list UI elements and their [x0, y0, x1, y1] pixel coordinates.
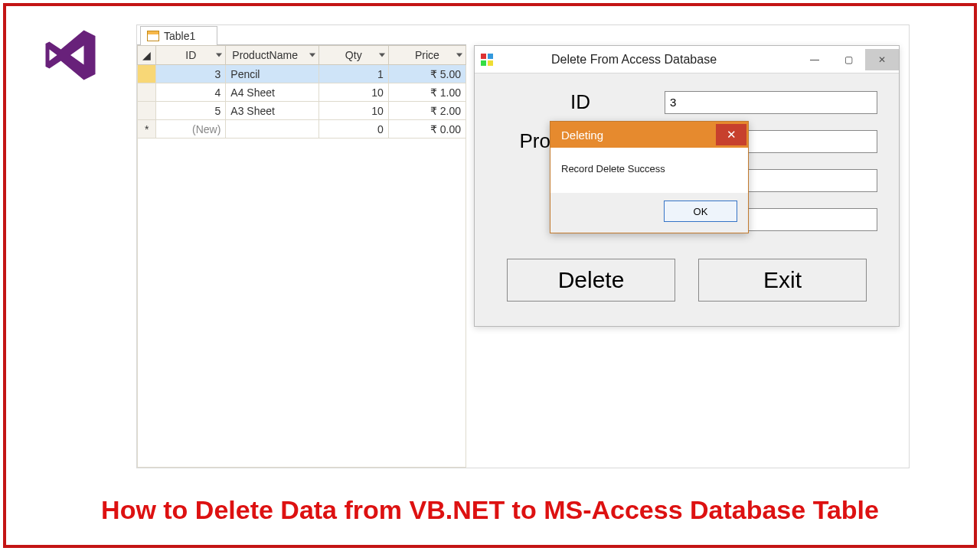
cell[interactable]: A4 Sheet [226, 83, 318, 102]
exit-button[interactable]: Exit [698, 259, 867, 302]
messagebox-footer: OK [550, 193, 748, 233]
header-row: ◢ ID ProductName Qty Price [138, 46, 466, 65]
datasheet: ◢ ID ProductName Qty Price 3 Pencil 1 [137, 44, 466, 139]
cell[interactable]: 1 [318, 65, 388, 83]
row-selector[interactable] [138, 83, 156, 102]
cell[interactable]: Pencil [226, 65, 318, 83]
content-area: Table1 ◢ ID ProductName Qty Price [136, 24, 910, 468]
cell[interactable]: ₹ 5.00 [388, 65, 466, 83]
row-selector[interactable] [138, 65, 156, 83]
cell[interactable] [226, 120, 318, 139]
maximize-button[interactable]: ▢ [831, 49, 865, 70]
messagebox-ok-button[interactable]: OK [664, 201, 737, 222]
access-tab[interactable]: Table1 [140, 26, 217, 45]
cell[interactable]: 3 [156, 65, 226, 83]
messagebox: Deleting ✕ Record Delete Success OK [550, 121, 749, 233]
window-controls: — ▢ ✕ [798, 49, 899, 70]
cell[interactable]: 0 [318, 120, 388, 139]
caption-text: How to Delete Data from VB.NET to MS-Acc… [6, 495, 974, 525]
tab-label: Table1 [164, 30, 195, 42]
messagebox-titlebar[interactable]: Deleting ✕ [550, 122, 748, 148]
delete-button[interactable]: Delete [507, 259, 675, 302]
cell[interactable]: ₹ 0.00 [388, 120, 466, 139]
cell[interactable]: (New) [156, 120, 226, 139]
close-button[interactable]: ✕ [865, 49, 899, 70]
table-row[interactable]: 3 Pencil 1 ₹ 5.00 [138, 65, 466, 83]
col-price[interactable]: Price [388, 46, 466, 65]
tutorial-frame: Table1 ◢ ID ProductName Qty Price [3, 3, 977, 548]
cell[interactable]: 4 [156, 83, 226, 102]
winform-icon [481, 54, 493, 66]
label-id: ID [496, 90, 665, 114]
row-selector[interactable] [138, 102, 156, 120]
minimize-button[interactable]: — [798, 49, 831, 70]
winform-titlebar[interactable]: Delete From Access Database — ▢ ✕ [475, 46, 899, 73]
cell[interactable]: 5 [156, 102, 226, 120]
cell[interactable]: 10 [318, 102, 388, 120]
table-row[interactable]: 5 A3 Sheet 10 ₹ 2.00 [138, 102, 466, 120]
messagebox-body: Record Delete Success [550, 148, 748, 193]
messagebox-close-button[interactable]: ✕ [716, 124, 746, 145]
id-field[interactable] [665, 91, 877, 114]
visual-studio-icon [40, 24, 101, 86]
table-row[interactable]: 4 A4 Sheet 10 ₹ 1.00 [138, 83, 466, 102]
datasheet-empty-area [137, 139, 466, 468]
col-productname[interactable]: ProductName [226, 46, 318, 65]
cell[interactable]: ₹ 1.00 [388, 83, 466, 102]
winform-title: Delete From Access Database [501, 53, 798, 67]
new-row[interactable]: * (New) 0 ₹ 0.00 [138, 120, 466, 139]
cell[interactable]: ₹ 2.00 [388, 102, 466, 120]
cell[interactable]: A3 Sheet [226, 102, 318, 120]
table-icon [147, 31, 159, 41]
row-selector-header[interactable]: ◢ [138, 46, 156, 65]
messagebox-title: Deleting [561, 129, 603, 142]
col-id[interactable]: ID [156, 46, 226, 65]
col-qty[interactable]: Qty [318, 46, 388, 65]
row-selector-new[interactable]: * [138, 120, 156, 139]
cell[interactable]: 10 [318, 83, 388, 102]
